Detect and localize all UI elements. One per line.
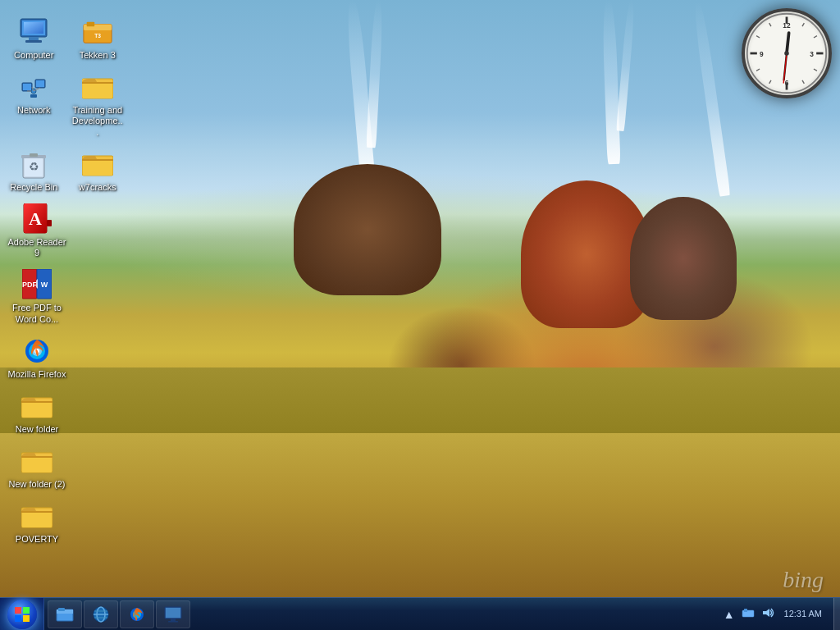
svg-line-60 bbox=[802, 80, 804, 84]
icon-network[interactable]: Network bbox=[4, 67, 64, 141]
svg-rect-75 bbox=[58, 608, 65, 611]
svg-line-64 bbox=[769, 23, 771, 26]
windows-logo bbox=[14, 606, 30, 623]
taskbar-items bbox=[44, 598, 715, 630]
tray-time: 12:31 AM bbox=[784, 608, 822, 619]
desktop-icons: Computer T3 Tekken 3 bbox=[0, 8, 131, 615]
bing-watermark: bing bbox=[783, 567, 824, 593]
svg-rect-28 bbox=[83, 159, 112, 176]
icon-training[interactable]: Training and Developme... bbox=[68, 67, 128, 141]
svg-rect-84 bbox=[166, 608, 180, 618]
svg-rect-29 bbox=[82, 159, 113, 161]
svg-rect-20 bbox=[83, 82, 112, 98]
svg-line-59 bbox=[814, 69, 817, 71]
icon-newfolder2-label: New folder (2) bbox=[8, 479, 65, 490]
svg-text:A: A bbox=[29, 208, 42, 229]
icon-firefox[interactable]: Mozilla Firefox bbox=[4, 331, 70, 383]
svg-rect-50 bbox=[22, 511, 52, 527]
svg-line-63 bbox=[756, 36, 760, 38]
svg-text:6: 6 bbox=[785, 79, 789, 87]
svg-rect-10 bbox=[23, 84, 31, 90]
svg-text:12: 12 bbox=[783, 21, 791, 30]
svg-text:T3: T3 bbox=[94, 33, 101, 39]
icon-computer-label: Computer bbox=[14, 50, 53, 61]
svg-rect-33 bbox=[47, 220, 52, 226]
clock-face: 12 3 6 9 bbox=[742, 8, 832, 98]
svg-rect-12 bbox=[36, 80, 44, 87]
svg-rect-3 bbox=[25, 40, 42, 43]
svg-rect-85 bbox=[171, 619, 176, 621]
icon-tekken3[interactable]: T3 Tekken 3 bbox=[68, 12, 128, 64]
icon-adobe-label: Adobe Reader 9 bbox=[7, 237, 66, 258]
icon-network-label: Network bbox=[17, 105, 50, 116]
clock-widget: 12 3 6 9 bbox=[742, 8, 832, 98]
svg-line-58 bbox=[814, 36, 817, 38]
svg-rect-44 bbox=[22, 401, 52, 418]
svg-line-62 bbox=[756, 69, 760, 71]
svg-text:W: W bbox=[41, 281, 48, 289]
svg-point-72 bbox=[784, 51, 789, 56]
svg-rect-88 bbox=[744, 609, 747, 612]
ie-icon bbox=[91, 605, 111, 624]
taskbar-display[interactable] bbox=[156, 600, 190, 628]
svg-rect-25 bbox=[30, 153, 38, 157]
explorer-icon bbox=[55, 605, 75, 624]
svg-rect-45 bbox=[21, 401, 52, 403]
svg-text:9: 9 bbox=[760, 50, 764, 58]
svg-marker-89 bbox=[763, 609, 769, 617]
icon-adobe[interactable]: A Adobe Reader 9 bbox=[4, 199, 70, 262]
icon-w7cracks-label: w7cracks bbox=[79, 182, 116, 193]
start-button[interactable] bbox=[0, 598, 44, 631]
svg-rect-48 bbox=[21, 456, 52, 458]
taskbar: ▲ 12:31 AM bbox=[0, 597, 840, 630]
icon-pdfword[interactable]: PDF W Free PDF to Word Co... bbox=[4, 265, 70, 327]
rock-main bbox=[294, 164, 441, 295]
desktop: Computer T3 Tekken 3 bbox=[0, 0, 840, 630]
icon-firefox-label: Mozilla Firefox bbox=[8, 369, 66, 380]
icon-tekken3-label: Tekken 3 bbox=[80, 50, 116, 61]
icon-poverty-label: POVERTY bbox=[16, 534, 58, 545]
start-orb bbox=[7, 600, 37, 629]
svg-line-57 bbox=[802, 23, 804, 26]
svg-text:3: 3 bbox=[810, 50, 814, 58]
svg-rect-17 bbox=[30, 94, 37, 98]
tray-expand[interactable]: ▲ bbox=[722, 606, 737, 623]
svg-rect-47 bbox=[22, 456, 52, 472]
svg-rect-86 bbox=[168, 621, 178, 623]
clock-tray[interactable]: 12:31 AM bbox=[779, 608, 827, 619]
system-tray: ▲ 12:31 AM bbox=[715, 598, 833, 630]
icon-recycle-label: Recycle Bin bbox=[10, 182, 57, 193]
tray-network[interactable] bbox=[740, 605, 756, 623]
icon-training-label: Training and Developme... bbox=[71, 105, 125, 138]
svg-rect-51 bbox=[21, 511, 52, 513]
rock-far-right bbox=[630, 197, 737, 320]
taskbar-browser[interactable] bbox=[84, 600, 118, 628]
svg-text:PDF: PDF bbox=[22, 281, 38, 289]
icon-recycle[interactable]: ♻ Recycle Bin bbox=[4, 144, 64, 196]
icon-w7cracks[interactable]: w7cracks bbox=[68, 144, 128, 196]
svg-rect-2 bbox=[29, 37, 39, 40]
svg-line-61 bbox=[769, 80, 771, 84]
display-icon bbox=[163, 605, 183, 624]
svg-marker-38 bbox=[36, 279, 38, 289]
show-desktop-button[interactable] bbox=[833, 598, 840, 631]
taskbar-explorer[interactable] bbox=[48, 600, 82, 628]
svg-rect-7 bbox=[86, 22, 94, 27]
svg-rect-4 bbox=[24, 22, 43, 34]
icon-newfolder2[interactable]: New folder (2) bbox=[4, 441, 70, 493]
taskbar-firefox[interactable] bbox=[120, 600, 154, 628]
taskbar-firefox-icon bbox=[127, 605, 147, 624]
svg-line-69 bbox=[787, 33, 789, 53]
icon-newfolder1-label: New folder bbox=[16, 424, 59, 435]
svg-rect-21 bbox=[82, 82, 113, 84]
tray-volume[interactable] bbox=[760, 605, 776, 623]
icon-pdfword-label: Free PDF to Word Co... bbox=[7, 303, 66, 324]
icon-computer[interactable]: Computer bbox=[4, 12, 64, 64]
icon-newfolder1[interactable]: New folder bbox=[4, 386, 70, 438]
svg-text:♻: ♻ bbox=[29, 160, 39, 173]
icon-poverty[interactable]: POVERTY bbox=[4, 496, 70, 548]
